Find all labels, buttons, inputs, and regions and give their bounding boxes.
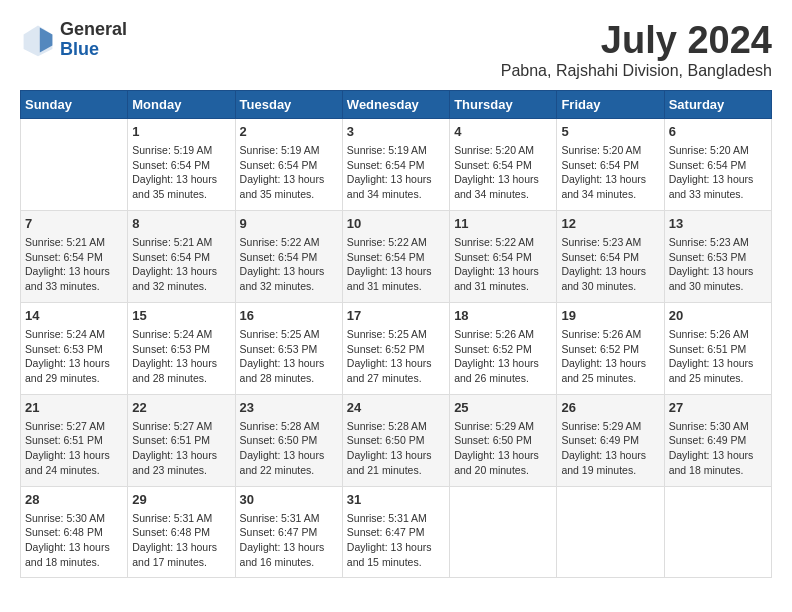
calendar-cell: 15Sunrise: 5:24 AM Sunset: 6:53 PM Dayli…: [128, 302, 235, 394]
logo-general: General: [60, 19, 127, 39]
day-info: Sunrise: 5:22 AM Sunset: 6:54 PM Dayligh…: [240, 235, 338, 294]
day-info: Sunrise: 5:26 AM Sunset: 6:52 PM Dayligh…: [561, 327, 659, 386]
calendar-cell: 16Sunrise: 5:25 AM Sunset: 6:53 PM Dayli…: [235, 302, 342, 394]
day-number: 20: [669, 307, 767, 325]
day-info: Sunrise: 5:31 AM Sunset: 6:48 PM Dayligh…: [132, 511, 230, 570]
title-section: July 2024 Pabna, Rajshahi Division, Bang…: [501, 20, 772, 80]
day-number: 16: [240, 307, 338, 325]
calendar-cell: 31Sunrise: 5:31 AM Sunset: 6:47 PM Dayli…: [342, 486, 449, 578]
day-info: Sunrise: 5:20 AM Sunset: 6:54 PM Dayligh…: [561, 143, 659, 202]
calendar-cell: 6Sunrise: 5:20 AM Sunset: 6:54 PM Daylig…: [664, 118, 771, 210]
calendar-cell: 20Sunrise: 5:26 AM Sunset: 6:51 PM Dayli…: [664, 302, 771, 394]
location: Pabna, Rajshahi Division, Bangladesh: [501, 62, 772, 80]
day-info: Sunrise: 5:23 AM Sunset: 6:53 PM Dayligh…: [669, 235, 767, 294]
day-number: 19: [561, 307, 659, 325]
calendar-week-row: 21Sunrise: 5:27 AM Sunset: 6:51 PM Dayli…: [21, 394, 772, 486]
calendar-cell: 11Sunrise: 5:22 AM Sunset: 6:54 PM Dayli…: [450, 210, 557, 302]
day-number: 25: [454, 399, 552, 417]
calendar-cell: 18Sunrise: 5:26 AM Sunset: 6:52 PM Dayli…: [450, 302, 557, 394]
day-number: 30: [240, 491, 338, 509]
calendar-cell: 1Sunrise: 5:19 AM Sunset: 6:54 PM Daylig…: [128, 118, 235, 210]
day-info: Sunrise: 5:25 AM Sunset: 6:53 PM Dayligh…: [240, 327, 338, 386]
day-number: 23: [240, 399, 338, 417]
day-number: 31: [347, 491, 445, 509]
calendar-cell: 14Sunrise: 5:24 AM Sunset: 6:53 PM Dayli…: [21, 302, 128, 394]
day-number: 29: [132, 491, 230, 509]
day-number: 21: [25, 399, 123, 417]
calendar-cell: 28Sunrise: 5:30 AM Sunset: 6:48 PM Dayli…: [21, 486, 128, 578]
calendar-cell: [21, 118, 128, 210]
day-header-friday: Friday: [557, 90, 664, 118]
calendar-cell: 5Sunrise: 5:20 AM Sunset: 6:54 PM Daylig…: [557, 118, 664, 210]
day-info: Sunrise: 5:22 AM Sunset: 6:54 PM Dayligh…: [454, 235, 552, 294]
day-header-monday: Monday: [128, 90, 235, 118]
day-info: Sunrise: 5:22 AM Sunset: 6:54 PM Dayligh…: [347, 235, 445, 294]
day-info: Sunrise: 5:20 AM Sunset: 6:54 PM Dayligh…: [454, 143, 552, 202]
day-info: Sunrise: 5:23 AM Sunset: 6:54 PM Dayligh…: [561, 235, 659, 294]
day-info: Sunrise: 5:20 AM Sunset: 6:54 PM Dayligh…: [669, 143, 767, 202]
day-number: 10: [347, 215, 445, 233]
day-number: 22: [132, 399, 230, 417]
day-number: 28: [25, 491, 123, 509]
day-number: 5: [561, 123, 659, 141]
calendar-cell: 3Sunrise: 5:19 AM Sunset: 6:54 PM Daylig…: [342, 118, 449, 210]
day-info: Sunrise: 5:24 AM Sunset: 6:53 PM Dayligh…: [132, 327, 230, 386]
day-number: 11: [454, 215, 552, 233]
day-number: 4: [454, 123, 552, 141]
page-header: General Blue July 2024 Pabna, Rajshahi D…: [20, 20, 772, 80]
logo-text: General Blue: [60, 20, 127, 60]
day-header-tuesday: Tuesday: [235, 90, 342, 118]
calendar-cell: 17Sunrise: 5:25 AM Sunset: 6:52 PM Dayli…: [342, 302, 449, 394]
day-number: 1: [132, 123, 230, 141]
day-number: 18: [454, 307, 552, 325]
day-info: Sunrise: 5:28 AM Sunset: 6:50 PM Dayligh…: [347, 419, 445, 478]
logo-blue: Blue: [60, 39, 99, 59]
day-header-saturday: Saturday: [664, 90, 771, 118]
calendar-cell: [557, 486, 664, 578]
day-number: 12: [561, 215, 659, 233]
calendar-cell: 13Sunrise: 5:23 AM Sunset: 6:53 PM Dayli…: [664, 210, 771, 302]
calendar-cell: 4Sunrise: 5:20 AM Sunset: 6:54 PM Daylig…: [450, 118, 557, 210]
calendar-cell: 21Sunrise: 5:27 AM Sunset: 6:51 PM Dayli…: [21, 394, 128, 486]
calendar-cell: 29Sunrise: 5:31 AM Sunset: 6:48 PM Dayli…: [128, 486, 235, 578]
calendar-table: SundayMondayTuesdayWednesdayThursdayFrid…: [20, 90, 772, 579]
day-number: 2: [240, 123, 338, 141]
calendar-cell: [450, 486, 557, 578]
day-info: Sunrise: 5:29 AM Sunset: 6:50 PM Dayligh…: [454, 419, 552, 478]
day-header-sunday: Sunday: [21, 90, 128, 118]
day-number: 26: [561, 399, 659, 417]
day-number: 6: [669, 123, 767, 141]
calendar-header-row: SundayMondayTuesdayWednesdayThursdayFrid…: [21, 90, 772, 118]
calendar-cell: 8Sunrise: 5:21 AM Sunset: 6:54 PM Daylig…: [128, 210, 235, 302]
calendar-cell: [664, 486, 771, 578]
day-number: 24: [347, 399, 445, 417]
day-info: Sunrise: 5:24 AM Sunset: 6:53 PM Dayligh…: [25, 327, 123, 386]
day-number: 13: [669, 215, 767, 233]
calendar-cell: 19Sunrise: 5:26 AM Sunset: 6:52 PM Dayli…: [557, 302, 664, 394]
day-info: Sunrise: 5:25 AM Sunset: 6:52 PM Dayligh…: [347, 327, 445, 386]
day-info: Sunrise: 5:30 AM Sunset: 6:48 PM Dayligh…: [25, 511, 123, 570]
day-info: Sunrise: 5:29 AM Sunset: 6:49 PM Dayligh…: [561, 419, 659, 478]
day-number: 14: [25, 307, 123, 325]
logo: General Blue: [20, 20, 127, 60]
calendar-cell: 22Sunrise: 5:27 AM Sunset: 6:51 PM Dayli…: [128, 394, 235, 486]
day-number: 3: [347, 123, 445, 141]
day-info: Sunrise: 5:26 AM Sunset: 6:52 PM Dayligh…: [454, 327, 552, 386]
day-info: Sunrise: 5:21 AM Sunset: 6:54 PM Dayligh…: [25, 235, 123, 294]
day-info: Sunrise: 5:19 AM Sunset: 6:54 PM Dayligh…: [347, 143, 445, 202]
calendar-cell: 2Sunrise: 5:19 AM Sunset: 6:54 PM Daylig…: [235, 118, 342, 210]
calendar-cell: 30Sunrise: 5:31 AM Sunset: 6:47 PM Dayli…: [235, 486, 342, 578]
logo-icon: [20, 22, 56, 58]
day-info: Sunrise: 5:28 AM Sunset: 6:50 PM Dayligh…: [240, 419, 338, 478]
calendar-week-row: 14Sunrise: 5:24 AM Sunset: 6:53 PM Dayli…: [21, 302, 772, 394]
calendar-week-row: 28Sunrise: 5:30 AM Sunset: 6:48 PM Dayli…: [21, 486, 772, 578]
calendar-week-row: 7Sunrise: 5:21 AM Sunset: 6:54 PM Daylig…: [21, 210, 772, 302]
calendar-cell: 27Sunrise: 5:30 AM Sunset: 6:49 PM Dayli…: [664, 394, 771, 486]
day-number: 17: [347, 307, 445, 325]
day-info: Sunrise: 5:31 AM Sunset: 6:47 PM Dayligh…: [240, 511, 338, 570]
day-info: Sunrise: 5:19 AM Sunset: 6:54 PM Dayligh…: [132, 143, 230, 202]
day-number: 8: [132, 215, 230, 233]
day-info: Sunrise: 5:26 AM Sunset: 6:51 PM Dayligh…: [669, 327, 767, 386]
day-number: 7: [25, 215, 123, 233]
calendar-cell: 23Sunrise: 5:28 AM Sunset: 6:50 PM Dayli…: [235, 394, 342, 486]
